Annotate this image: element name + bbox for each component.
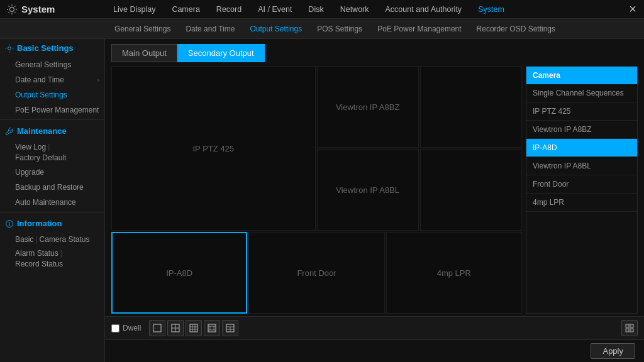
- svg-rect-25: [626, 324, 629, 327]
- cpanel-single-channel[interactable]: Single Channel Sequences: [526, 84, 637, 102]
- sb-alarm-status[interactable]: Alarm Status: [15, 249, 58, 258]
- layout-9-icon: [189, 324, 198, 332]
- svg-rect-27: [626, 329, 629, 332]
- cpanel-viewtron-a8bz[interactable]: Viewtron IP A8BZ: [526, 121, 637, 139]
- sb-info-inline1: Basic | Camera Status: [0, 233, 104, 246]
- snav-recorder-osd[interactable]: Recorder OSD Settings: [469, 19, 563, 39]
- layout-8-icon: [208, 324, 216, 332]
- dwell-checkbox-input[interactable]: [111, 324, 119, 332]
- camera-cell-empty-br[interactable]: [420, 149, 522, 231]
- tnav-record[interactable]: Record: [208, 0, 250, 19]
- snav-output-settings[interactable]: Output Settings: [242, 19, 309, 39]
- camera-cell-empty-tr[interactable]: [420, 66, 522, 148]
- camera-cell-front-door[interactable]: Front Door: [248, 232, 384, 314]
- sb-basic[interactable]: Basic: [15, 235, 33, 244]
- settings-icon-2: [5, 44, 14, 53]
- svg-point-4: [8, 47, 11, 50]
- info-icon-2: [5, 219, 14, 228]
- tnav-items: Live Display Camera Record AI / Event Di…: [105, 0, 621, 19]
- svg-rect-26: [630, 324, 633, 327]
- tnav-network[interactable]: Network: [332, 0, 377, 19]
- grid-view-btn[interactable]: [621, 320, 638, 336]
- sb-view-log[interactable]: View Log: [15, 143, 46, 151]
- full-app: System Live Display Camera Record AI / E…: [0, 0, 644, 362]
- sb-info-inline2: Alarm Status | Record Status: [0, 246, 104, 271]
- cpanel-ip-ptz-425[interactable]: IP PTZ 425: [526, 102, 637, 121]
- main-layout: Basic Settings General Settings Date and…: [0, 39, 644, 362]
- dwell-checkbox: Dwell: [111, 324, 141, 332]
- sidebar-2: Basic Settings General Settings Date and…: [0, 39, 105, 362]
- content-2: Main Output Secondary Output IP PTZ 425 …: [105, 39, 644, 362]
- svg-rect-16: [210, 326, 214, 330]
- otab-main[interactable]: Main Output: [111, 44, 177, 62]
- svg-point-3: [10, 7, 14, 11]
- layout-buttons: [149, 320, 238, 336]
- output-tabs-2: Main Output Secondary Output: [105, 39, 644, 62]
- apply-row: Apply: [105, 339, 644, 362]
- sb-div-1: [0, 119, 104, 120]
- sb-item-date-time[interactable]: Date and Time ›: [0, 72, 104, 87]
- sb-auto-maintenance[interactable]: Auto Maintenance: [0, 195, 104, 210]
- sb-factory-default[interactable]: Factory Default: [15, 153, 66, 162]
- bottom-bar: Dwell: [105, 316, 644, 339]
- gear-icon-2: [6, 4, 18, 15]
- layout-1-icon: [153, 324, 162, 332]
- snav-general-settings[interactable]: General Settings: [107, 19, 178, 39]
- sb-record-status[interactable]: Record Status: [15, 260, 63, 268]
- camera-panel-header: Camera: [526, 67, 637, 84]
- sb-maintenance-hdr: Maintenance: [0, 122, 104, 140]
- wrench-icon-2: [5, 127, 14, 136]
- sb-item-output-settings[interactable]: Output Settings: [0, 87, 104, 102]
- sb-camera-status[interactable]: Camera Status: [39, 235, 89, 244]
- tnav-ai-event[interactable]: AI / Event: [250, 0, 300, 19]
- sb-backup-restore[interactable]: Backup and Restore: [0, 180, 104, 195]
- layout-5-icon: [226, 324, 235, 332]
- layout-btn-5[interactable]: [222, 320, 238, 336]
- top-nav: System Live Display Camera Record AI / E…: [0, 0, 644, 19]
- tnav-live-display[interactable]: Live Display: [105, 0, 164, 19]
- sb-item-general-settings[interactable]: General Settings: [0, 57, 104, 72]
- apply-button[interactable]: Apply: [591, 343, 635, 359]
- sb-div-2: [0, 212, 104, 212]
- cpanel-front-door[interactable]: Front Door: [526, 175, 637, 194]
- grid-view-icon: [625, 324, 634, 332]
- otab-secondary[interactable]: Secondary Output: [177, 44, 265, 62]
- grid-panel-area: IP PTZ 425 Viewtron IP A8BZ Viewtron IP …: [105, 62, 644, 316]
- snav-poe-power-management[interactable]: PoE Power Management: [370, 19, 469, 39]
- svg-rect-10: [190, 324, 197, 332]
- camera-cell-ip-ptz-425[interactable]: IP PTZ 425: [111, 66, 316, 231]
- camera-cell-ip-a8d[interactable]: IP-A8D: [111, 232, 247, 314]
- sb-item-poe[interactable]: PoE Power Management: [0, 102, 104, 118]
- camera-cell-4mp-lpr[interactable]: 4mp LPR: [386, 232, 522, 314]
- svg-rect-15: [208, 324, 216, 332]
- app-logo-2: System: [0, 4, 105, 15]
- camera-grid-wrap: IP PTZ 425 Viewtron IP A8BZ Viewtron IP …: [111, 66, 522, 314]
- dwell-label: Dwell: [123, 324, 141, 332]
- layout-btn-1[interactable]: [149, 320, 165, 336]
- snav-pos-settings[interactable]: POS Settings: [309, 19, 370, 39]
- snav-date-time[interactable]: Date and Time: [178, 19, 242, 39]
- cpanel-viewtron-a8bl[interactable]: Viewtron IP A8BL: [526, 157, 637, 175]
- cpanel-4mp-lpr[interactable]: 4mp LPR: [526, 194, 637, 212]
- second-nav: General Settings Date and Time Output Se…: [0, 19, 644, 39]
- sb-information-hdr: Information: [0, 214, 104, 233]
- arrow-icon: ›: [97, 76, 99, 84]
- layout-btn-8[interactable]: [204, 320, 220, 336]
- sb-maintenance-inline: View Log | Factory Default: [0, 140, 104, 165]
- cpanel-ip-a8d[interactable]: IP-A8D: [526, 139, 637, 157]
- app-title-2: System: [21, 4, 55, 14]
- camera-cell-viewtron-a8bl[interactable]: Viewtron IP A8BL: [317, 149, 419, 231]
- tnav-system[interactable]: System: [470, 0, 513, 19]
- camera-cell-viewtron-a8bz[interactable]: Viewtron IP A8BZ: [317, 66, 419, 148]
- tnav-camera[interactable]: Camera: [164, 0, 208, 19]
- layout-btn-9[interactable]: [186, 320, 202, 336]
- sb-basic-hdr: Basic Settings: [0, 39, 104, 57]
- svg-rect-28: [630, 329, 633, 332]
- tnav-account-authority[interactable]: Account and Authority: [377, 0, 470, 19]
- sb-upgrade[interactable]: Upgrade: [0, 165, 104, 180]
- layout-4-icon: [171, 324, 180, 332]
- layout-btn-4[interactable]: [167, 320, 184, 336]
- camera-panel: Camera Single Channel Sequences IP PTZ 4…: [526, 66, 638, 314]
- tnav-disk[interactable]: Disk: [300, 0, 331, 19]
- close-btn[interactable]: ×: [621, 0, 644, 19]
